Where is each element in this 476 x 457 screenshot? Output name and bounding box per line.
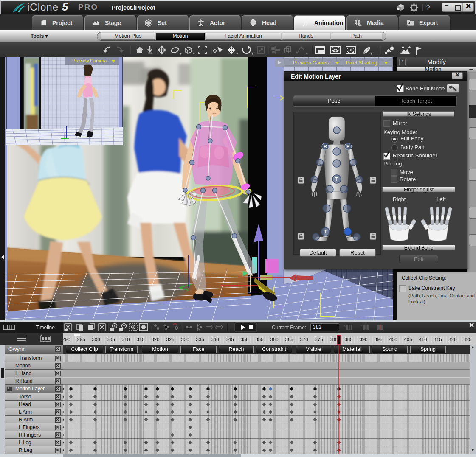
svg-text:320: 320 (151, 337, 159, 342)
svg-text:300: 300 (92, 337, 100, 342)
svg-text:325: 325 (166, 337, 174, 342)
svg-text:375: 375 (315, 337, 323, 342)
svg-text:395: 395 (374, 337, 382, 342)
svg-text:340: 340 (211, 337, 219, 342)
svg-text:345: 345 (225, 337, 234, 342)
svg-text:T: T (324, 229, 327, 234)
svg-text:360: 360 (270, 337, 278, 342)
svg-text:R: R (324, 144, 327, 149)
svg-text:T: T (335, 177, 338, 182)
svg-text:335: 335 (196, 337, 204, 342)
svg-text:Preview Camera: Preview Camera (293, 60, 331, 66)
svg-text:✕: ✕ (343, 324, 346, 328)
svg-text:410: 410 (419, 337, 427, 342)
svg-text:295: 295 (77, 337, 85, 342)
svg-text:390: 390 (359, 337, 367, 342)
svg-text:Pixel Shading: Pixel Shading (346, 60, 377, 66)
svg-text:405: 405 (404, 337, 412, 342)
svg-text:355: 355 (255, 337, 263, 342)
svg-text:415: 415 (434, 337, 442, 342)
svg-text:330: 330 (181, 337, 189, 342)
svg-text:R: R (346, 144, 350, 149)
svg-text:420: 420 (448, 337, 456, 342)
svg-text:380: 380 (330, 337, 338, 342)
svg-text:365: 365 (285, 337, 293, 342)
svg-text:425: 425 (463, 337, 471, 342)
svg-text:310: 310 (121, 337, 130, 342)
svg-text:?: ? (426, 4, 430, 12)
svg-text:315: 315 (136, 337, 144, 342)
svg-text:370: 370 (300, 337, 308, 342)
svg-text:+: + (360, 324, 362, 328)
svg-text:290: 290 (63, 337, 70, 342)
svg-text:400: 400 (389, 337, 397, 342)
svg-text:Preview Camera: Preview Camera (72, 58, 107, 63)
svg-text:350: 350 (240, 337, 248, 342)
svg-text:385: 385 (344, 337, 352, 342)
svg-text:305: 305 (107, 337, 115, 342)
